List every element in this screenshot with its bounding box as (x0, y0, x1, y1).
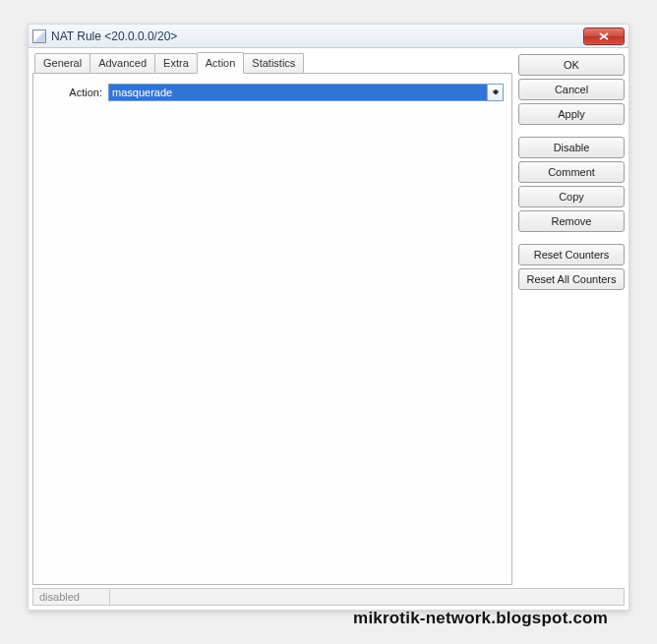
window-title: NAT Rule <20.0.0.0/20> (51, 29, 583, 43)
titlebar: NAT Rule <20.0.0.0/20> (29, 25, 628, 48)
comment-button[interactable]: Comment (518, 161, 625, 183)
ok-button[interactable]: OK (518, 54, 625, 76)
action-field-row: Action: masquerade (41, 84, 504, 101)
tab-body: Action: masquerade (32, 73, 512, 585)
status-text: disabled (33, 589, 110, 605)
remove-button[interactable]: Remove (518, 210, 625, 232)
close-icon (599, 32, 609, 40)
close-button[interactable] (583, 28, 625, 45)
watermark-text: mikrotik-network.blogspot.com (353, 609, 608, 628)
dialog-window: NAT Rule <20.0.0.0/20> General Advanced … (28, 24, 629, 611)
disable-button[interactable]: Disable (518, 137, 625, 158)
statusbar: disabled (32, 588, 625, 606)
tab-panel: General Advanced Extra Action Statistics… (32, 52, 512, 585)
action-combobox[interactable]: masquerade (108, 84, 504, 101)
tab-extra[interactable]: Extra (154, 53, 198, 75)
app-icon (32, 29, 46, 43)
tab-action[interactable]: Action (197, 52, 245, 74)
client-area: General Advanced Extra Action Statistics… (32, 52, 625, 606)
action-label: Action: (41, 87, 104, 98)
tab-advanced[interactable]: Advanced (90, 53, 155, 75)
action-value: masquerade (109, 85, 487, 100)
tab-statistics[interactable]: Statistics (243, 53, 304, 75)
reset-all-counters-button[interactable]: Reset All Counters (518, 268, 625, 290)
chevron-down-icon (492, 89, 500, 95)
tab-strip: General Advanced Extra Action Statistics (32, 52, 512, 74)
apply-button[interactable]: Apply (518, 103, 625, 125)
cancel-button[interactable]: Cancel (518, 79, 625, 100)
reset-counters-button[interactable]: Reset Counters (518, 244, 625, 265)
copy-button[interactable]: Copy (518, 186, 625, 207)
action-dropdown-button[interactable] (487, 85, 503, 100)
tab-general[interactable]: General (34, 53, 90, 75)
button-column: OK Cancel Apply Disable Comment Copy Rem… (512, 52, 625, 585)
